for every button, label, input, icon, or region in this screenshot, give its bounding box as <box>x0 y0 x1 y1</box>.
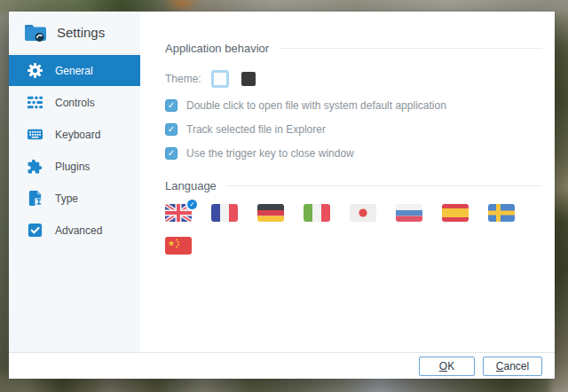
cancel-button[interactable]: Cancel <box>483 357 542 376</box>
theme-row: Theme: <box>165 70 542 88</box>
ok-label-rest: K <box>447 360 454 372</box>
application-behavior-header: Application behavior <box>165 42 542 55</box>
flag-german-icon[interactable] <box>257 204 284 222</box>
settings-window: Settings General <box>9 12 555 379</box>
gear-icon <box>26 62 43 80</box>
flag-chinese-icon[interactable] <box>165 237 192 255</box>
cancel-accesskey: C <box>496 360 504 372</box>
sidebar-item-label: Keyboard <box>55 129 100 141</box>
sidebar-item-keyboard[interactable]: Keyboard <box>9 119 140 150</box>
flag-russian-icon[interactable] <box>396 204 422 222</box>
ok-button[interactable]: OK <box>419 357 475 376</box>
flag-french-icon[interactable] <box>211 204 238 222</box>
flag-swedish-icon[interactable] <box>488 204 515 222</box>
flag-english-icon[interactable]: ✓ <box>165 204 192 222</box>
sidebar-item-label: Controls <box>55 97 95 109</box>
sidebar-item-label: Type <box>55 192 78 205</box>
sliders-icon <box>26 94 43 112</box>
theme-light-swatch[interactable] <box>211 70 229 88</box>
quicklook-logo-icon <box>24 23 47 43</box>
section-divider <box>280 48 542 49</box>
theme-label: Theme: <box>165 73 201 85</box>
sidebar-item-controls[interactable]: Controls <box>9 87 140 118</box>
sidebar-item-plugins[interactable]: Plugins <box>9 151 140 182</box>
checkbox-icon[interactable]: ✓ <box>165 99 178 112</box>
language-flag-list: ✓ <box>165 204 541 255</box>
check-square-icon <box>26 222 43 239</box>
flag-spanish-icon[interactable] <box>442 204 469 222</box>
sidebar-menu: General Controls <box>9 54 140 246</box>
checkbox-icon[interactable]: ✓ <box>165 147 178 160</box>
flag-italian-icon[interactable] <box>304 204 330 222</box>
cancel-label-rest: ancel <box>503 360 529 372</box>
sidebar-header: Settings <box>9 12 140 54</box>
section-title: Application behavior <box>165 42 269 55</box>
puzzle-icon <box>26 158 43 176</box>
sidebar-item-advanced[interactable]: Advanced <box>9 215 140 246</box>
selected-language-check-icon: ✓ <box>185 198 199 211</box>
sidebar-item-type[interactable]: Type <box>9 183 140 214</box>
checkbox-row-trigger-key[interactable]: ✓ Use the trigger key to close window <box>165 147 542 160</box>
sidebar-item-label: General <box>55 65 93 77</box>
ok-accesskey: O <box>439 360 447 372</box>
checkbox-row-double-click[interactable]: ✓ Double click to open file with system … <box>165 99 542 112</box>
checkbox-icon[interactable]: ✓ <box>165 123 178 136</box>
file-type-icon <box>26 190 43 208</box>
sidebar-item-label: Plugins <box>55 161 90 173</box>
sidebar-item-general[interactable]: General <box>9 55 140 86</box>
language-header: Language <box>165 179 542 192</box>
theme-dark-swatch[interactable] <box>241 72 256 86</box>
sidebar: Settings General <box>9 12 140 352</box>
section-title: Language <box>165 179 217 192</box>
window-title: Settings <box>57 25 105 40</box>
checkbox-label: Use the trigger key to close window <box>186 147 354 160</box>
checkbox-label: Track selected file in Explorer <box>186 123 326 136</box>
dialog-footer: OK Cancel <box>9 352 555 379</box>
section-divider <box>227 185 542 186</box>
checkbox-label: Double click to open file with system de… <box>186 99 446 112</box>
flag-japanese-icon[interactable] <box>350 204 376 222</box>
sidebar-item-label: Advanced <box>55 224 102 237</box>
keyboard-icon <box>26 126 43 144</box>
settings-content: Application behavior Theme: ✓ Double cli… <box>140 12 555 352</box>
checkbox-row-track-file[interactable]: ✓ Track selected file in Explorer <box>165 123 542 136</box>
